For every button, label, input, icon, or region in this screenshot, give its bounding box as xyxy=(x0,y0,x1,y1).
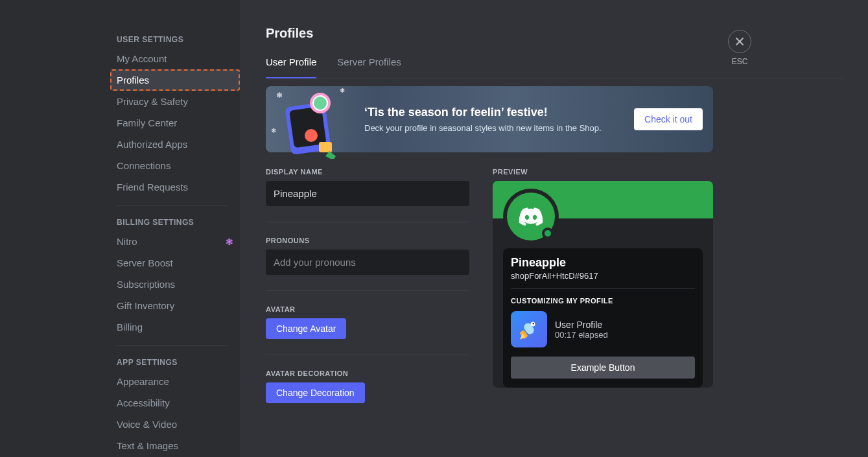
sidebar-item-label: Authorized Apps xyxy=(117,139,187,150)
svg-rect-5 xyxy=(319,142,332,152)
sidebar-item-server-boost[interactable]: Server Boost xyxy=(110,252,240,274)
profile-form: DISPLAY NAME PRONOUNS AVATAR Change Avat… xyxy=(266,168,469,419)
profile-preview-card: Pineapple shopForAll+HtcD#9617 CUSTOMIZI… xyxy=(493,181,713,388)
banner-title: ‘Tis the season for feelin’ festive! xyxy=(364,106,602,119)
sidebar-section-app-settings: APP SETTINGS xyxy=(110,354,240,371)
sidebar-item-label: Billing xyxy=(117,322,143,333)
sidebar-item-privacy-safety[interactable]: Privacy & Safety xyxy=(110,91,240,112)
sidebar-item-billing[interactable]: Billing xyxy=(110,316,240,338)
sidebar-item-label: Privacy & Safety xyxy=(117,96,188,107)
preview-avatar xyxy=(503,189,559,244)
banner-subtitle: Deck your profile in seasonal styles wit… xyxy=(364,123,602,133)
change-decoration-button[interactable]: Change Decoration xyxy=(266,382,365,403)
example-button[interactable]: Example Button xyxy=(511,357,695,379)
display-name-input[interactable] xyxy=(266,181,469,206)
page-title: Profiles xyxy=(266,26,842,41)
nitro-icon: ❃ xyxy=(226,237,233,247)
sidebar-item-gift-inventory[interactable]: Gift Inventory xyxy=(110,295,240,316)
sidebar-item-voice-video[interactable]: Voice & Video xyxy=(110,414,240,435)
sidebar-item-label: Profiles xyxy=(117,75,149,86)
pronouns-input[interactable] xyxy=(266,250,469,275)
svg-point-13 xyxy=(533,323,534,324)
status-online-icon xyxy=(542,228,554,239)
svg-text:❄: ❄ xyxy=(271,127,276,134)
preview-divider xyxy=(511,288,695,289)
banner-art-icon: ❄ ❄ ❄ xyxy=(270,81,354,159)
preview-activity: User Profile 00:17 elapsed xyxy=(511,311,695,347)
sidebar-item-appearance[interactable]: Appearance xyxy=(110,371,240,392)
sidebar-item-text-images[interactable]: Text & Images xyxy=(110,435,240,456)
close-label: ESC xyxy=(728,57,751,66)
sidebar-item-label: Text & Images xyxy=(117,440,178,451)
sidebar-item-label: Subscriptions xyxy=(117,279,175,290)
preview-tag: shopForAll+HtcD#9617 xyxy=(511,271,695,281)
sidebar-item-label: Connections xyxy=(117,160,170,171)
preview-activity-heading: CUSTOMIZING MY PROFILE xyxy=(511,297,695,305)
discord-logo-icon xyxy=(519,207,543,226)
form-divider xyxy=(266,355,469,355)
sidebar-item-authorized-apps[interactable]: Authorized Apps xyxy=(110,134,240,155)
shop-banner: ❄ ❄ ❄ ‘Tis the season for feelin’ festiv… xyxy=(266,86,713,152)
display-name-label: DISPLAY NAME xyxy=(266,168,469,176)
sidebar-section-user-settings: USER SETTINGS xyxy=(110,31,240,48)
avatar-label: AVATAR xyxy=(266,305,469,313)
sidebar-item-nitro[interactable]: Nitro ❃ xyxy=(110,231,240,252)
sidebar-item-profiles[interactable]: Profiles xyxy=(110,69,240,91)
sidebar-item-family-center[interactable]: Family Center xyxy=(110,112,240,134)
svg-point-3 xyxy=(313,96,327,110)
pronouns-label: PRONOUNS xyxy=(266,237,469,244)
sidebar-item-accessibility[interactable]: Accessibility xyxy=(110,392,240,414)
activity-line2: 00:17 elapsed xyxy=(555,330,608,340)
svg-text:❄: ❄ xyxy=(340,87,345,94)
sidebar-item-label: My Account xyxy=(117,53,167,64)
sidebar-item-connections[interactable]: Connections xyxy=(110,155,240,176)
sidebar-item-label: Nitro xyxy=(117,236,137,247)
sidebar-item-label: Family Center xyxy=(117,117,177,128)
sidebar-item-friend-requests[interactable]: Friend Requests xyxy=(110,176,240,198)
avatar-decoration-label: AVATAR DECORATION xyxy=(266,369,469,377)
sidebar-item-label: Friend Requests xyxy=(117,182,188,193)
tab-server-profiles[interactable]: Server Profiles xyxy=(337,56,401,78)
tab-user-profile[interactable]: User Profile xyxy=(266,56,316,78)
sidebar-item-label: Appearance xyxy=(117,376,169,387)
sidebar-item-label: Accessibility xyxy=(117,397,170,408)
svg-text:❄: ❄ xyxy=(276,91,283,100)
settings-sidebar: USER SETTINGS My Account Profiles Privac… xyxy=(0,0,240,457)
change-avatar-button[interactable]: Change Avatar xyxy=(266,318,346,339)
close-button[interactable]: ESC xyxy=(728,30,751,66)
sidebar-item-label: Voice & Video xyxy=(117,419,177,430)
sidebar-item-subscriptions[interactable]: Subscriptions xyxy=(110,274,240,295)
settings-content: ESC Profiles User Profile Server Profile… xyxy=(240,0,868,457)
sidebar-item-label: Server Boost xyxy=(117,257,173,268)
sidebar-item-label: Gift Inventory xyxy=(117,300,174,311)
sidebar-divider xyxy=(117,205,227,206)
activity-line1: User Profile xyxy=(555,320,608,330)
pencil-rocket-icon xyxy=(511,311,547,347)
preview-label: PREVIEW xyxy=(493,168,713,176)
svg-point-4 xyxy=(305,129,318,142)
sidebar-divider xyxy=(117,346,227,346)
profile-tabs: User Profile Server Profiles xyxy=(266,56,842,78)
sidebar-section-billing-settings: BILLING SETTINGS xyxy=(110,214,240,231)
form-divider xyxy=(266,222,469,222)
sidebar-item-my-account[interactable]: My Account xyxy=(110,48,240,69)
banner-cta-button[interactable]: Check it out xyxy=(634,108,703,130)
preview-display-name: Pineapple xyxy=(511,256,695,270)
form-divider xyxy=(266,290,469,291)
close-icon xyxy=(728,30,751,53)
